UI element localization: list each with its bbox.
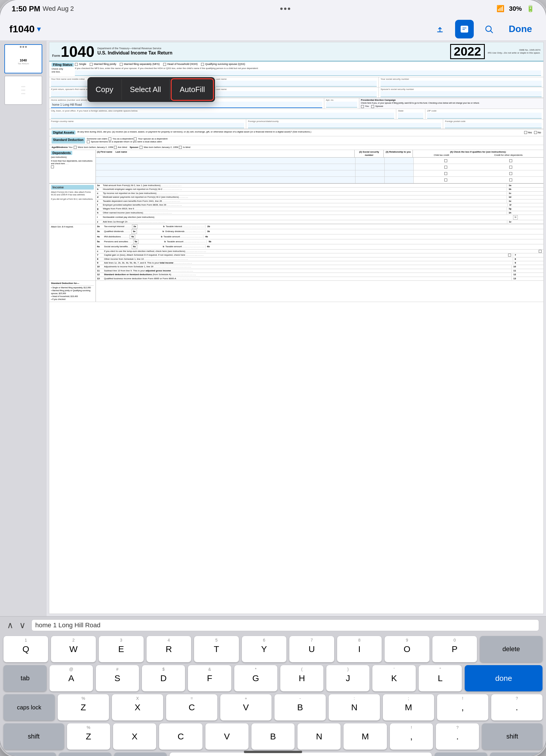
copy-button[interactable]: Copy <box>87 79 122 100</box>
key-v[interactable]: +V <box>220 694 271 720</box>
state-input[interactable] <box>398 113 423 119</box>
spouse-ssn-input[interactable] <box>381 91 542 97</box>
key-m[interactable]: ;M <box>383 694 434 720</box>
key-v2[interactable]: V <box>205 723 248 750</box>
key-h[interactable]: (H <box>280 665 324 691</box>
key-z2[interactable]: %Z <box>67 723 110 750</box>
key-p[interactable]: 0P <box>432 636 477 662</box>
foreign-province-input[interactable] <box>248 123 441 128</box>
key-done[interactable]: done <box>465 665 543 691</box>
dep1-name-input[interactable] <box>96 158 356 164</box>
foreign-postal-input[interactable] <box>445 123 542 128</box>
zip-input[interactable] <box>427 113 542 119</box>
key-x2[interactable]: X <box>113 723 156 750</box>
dep3-rel-input[interactable] <box>385 170 414 176</box>
dep4-other-cb[interactable] <box>509 179 512 181</box>
mfs-checkbox[interactable]: Married filing separately (MFS) <box>120 63 160 66</box>
key-question[interactable]: ?. <box>436 723 479 750</box>
you-born-checkbox[interactable]: Were born before January 2, 1958 <box>74 146 113 149</box>
key-m2[interactable]: M <box>344 723 387 750</box>
key-o[interactable]: 9O <box>385 636 430 662</box>
key-k[interactable]: 'K <box>372 665 416 691</box>
foreign-country-input[interactable] <box>51 123 244 128</box>
dep3-ssn-input[interactable] <box>356 170 385 176</box>
markup-button[interactable] <box>455 20 474 38</box>
key-g[interactable]: *G <box>234 665 278 691</box>
key-w[interactable]: 2W <box>51 636 96 662</box>
key-f[interactable]: &F <box>188 665 231 691</box>
chevron-down-icon[interactable]: ▾ <box>37 25 40 33</box>
dep1-rel-input[interactable] <box>385 158 414 164</box>
address-input[interactable]: home 1 Long Hill Road <box>51 102 322 108</box>
key-q[interactable]: 1Q <box>3 636 48 662</box>
dep2-rel-input[interactable] <box>385 164 414 170</box>
key-e[interactable]: 3E <box>99 636 144 662</box>
ssn-input[interactable] <box>381 81 542 86</box>
you-blind-checkbox[interactable]: Are blind <box>114 146 127 149</box>
key-num-right[interactable]: .?123 <box>435 753 487 756</box>
key-shift-left[interactable]: shift <box>3 723 64 750</box>
mfj-checkbox[interactable]: Married filing jointly <box>90 63 116 66</box>
dep4-rel-input[interactable] <box>385 177 414 183</box>
done-button[interactable]: Done <box>504 21 537 37</box>
key-i[interactable]: 8I <box>337 636 382 662</box>
key-s[interactable]: #S <box>96 665 139 691</box>
spouse-blind-checkbox[interactable]: Is blind <box>179 146 190 149</box>
pec-you-checkbox[interactable]: You <box>361 105 369 108</box>
dep2-other-cb[interactable] <box>509 166 512 169</box>
dep3-other-cb[interactable] <box>509 172 512 175</box>
key-a[interactable]: @A <box>50 665 93 691</box>
nav-up-button[interactable]: ∧ <box>7 620 13 630</box>
search-button[interactable] <box>480 20 498 38</box>
capital-gain-checkbox[interactable] <box>508 254 511 257</box>
you-dependent-checkbox[interactable]: You as a dependent <box>108 137 133 140</box>
dep1-ssn-input[interactable] <box>356 158 385 164</box>
key-t[interactable]: 5T <box>194 636 239 662</box>
key-y[interactable]: 6Y <box>242 636 287 662</box>
dep3-child-cb[interactable] <box>444 172 447 175</box>
dep2-name-input[interactable] <box>96 164 356 170</box>
dep4-name-input[interactable] <box>96 177 356 183</box>
dep1-other-cb[interactable] <box>509 159 512 162</box>
dep2-ssn-input[interactable] <box>356 164 385 170</box>
key-l[interactable]: "L <box>419 665 462 691</box>
key-comma[interactable]: !, <box>437 694 488 720</box>
key-c[interactable]: =C <box>166 694 217 720</box>
pec-spouse-checkbox[interactable]: Spouse <box>371 105 383 108</box>
city-input[interactable] <box>51 113 394 119</box>
spouse-dependent-checkbox[interactable]: Your spouse as a dependent <box>134 137 167 140</box>
select-all-button[interactable]: Select All <box>122 79 169 100</box>
spouse-last-name-input[interactable] <box>216 91 377 97</box>
key-r[interactable]: 4R <box>146 636 191 662</box>
lump-sum-checkbox[interactable] <box>539 250 542 253</box>
digital-no-checkbox[interactable]: No <box>534 131 541 135</box>
key-exclaim[interactable]: !, <box>390 723 433 750</box>
address-bar[interactable]: home 1 Long Hill Road <box>31 619 539 631</box>
dep4-ssn-input[interactable] <box>356 177 385 183</box>
key-n[interactable]: :N <box>329 694 380 720</box>
spouse-itemize-checkbox[interactable]: Spouse itemizes on a separate return or … <box>87 140 162 143</box>
nav-down-button[interactable]: ∨ <box>19 620 26 630</box>
hoh-checkbox[interactable]: Head of household (HOH) <box>163 63 197 66</box>
key-delete[interactable]: delete <box>480 636 543 662</box>
share-button[interactable] <box>431 20 449 38</box>
key-mic[interactable]: 🎤 <box>114 753 167 756</box>
apt-input[interactable] <box>326 102 357 107</box>
key-num-left[interactable]: .?123 <box>59 753 111 756</box>
single-checkbox[interactable]: Single <box>75 63 86 66</box>
key-shift-right[interactable]: shift <box>482 723 543 750</box>
key-globe[interactable]: 🌐 <box>3 753 56 756</box>
key-b2[interactable]: B <box>251 723 295 750</box>
key-tab[interactable]: tab <box>3 665 47 691</box>
dep4-child-cb[interactable] <box>444 179 447 181</box>
thumb-page-1[interactable]: 1040 Tax Return <box>4 44 42 73</box>
dep3-name-input[interactable] <box>96 170 356 176</box>
thumb-page-2[interactable]: === === === <box>4 76 42 105</box>
key-u[interactable]: 7U <box>289 636 334 662</box>
dep1-child-cb[interactable] <box>444 159 447 162</box>
key-kb-hide[interactable]: ⌨ <box>490 753 543 756</box>
spouse-born-checkbox[interactable]: Was born before January 2, 1958 <box>139 146 178 149</box>
digital-yes-checkbox[interactable]: Yes <box>524 131 532 135</box>
autofill-button[interactable]: AutoFill <box>171 78 214 101</box>
dep2-child-cb[interactable] <box>444 166 447 169</box>
